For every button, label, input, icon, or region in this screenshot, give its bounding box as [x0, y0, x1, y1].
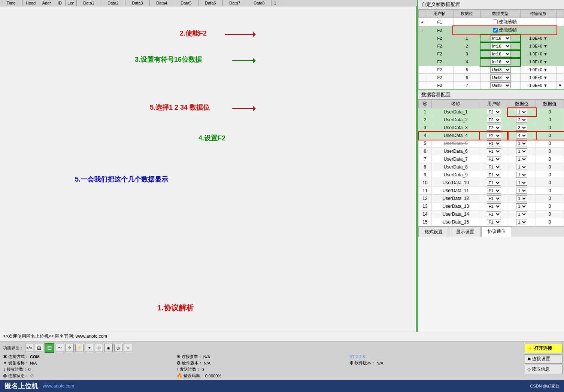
fc-d7-type-select[interactable]: Uint8Int16: [490, 82, 511, 88]
fc-frame-f1: F1: [426, 18, 454, 26]
dc-row-4: 4 UserData_4 F2F1 4123: [419, 132, 564, 140]
hw-version-row: ⚙ 硬件版本： N/A: [176, 360, 347, 366]
dc-r12-pos-select[interactable]: 1: [516, 195, 527, 201]
dc-r9-pos-select[interactable]: 1: [516, 172, 527, 178]
read-info-button[interactable]: ◇ 读取信息: [525, 365, 563, 374]
connect-settings-button[interactable]: ✖ 连接设置: [525, 354, 563, 364]
icon-star[interactable]: ☆: [124, 344, 132, 352]
dc-r12-frame-select[interactable]: F1F2: [487, 195, 501, 201]
dc-r15-pos-select[interactable]: 1: [516, 219, 527, 225]
connect-params-value: N/A: [203, 355, 210, 359]
frame-row-f2-header: - F2 使能该帧: [419, 26, 564, 34]
dc-r9-frame-select[interactable]: F1F2: [487, 172, 501, 178]
annotation-area: 1.协议解析 2.使能F2 3.设置有符号16位数据 4.设置F2 5.选择1 …: [0, 6, 417, 332]
dc-r8-frame-select[interactable]: F1F2: [487, 164, 501, 170]
fc-d4-scroll: [557, 58, 564, 66]
tx-count-label: 发送计数：: [180, 367, 200, 372]
icon-code[interactable]: </>: [25, 344, 33, 352]
fc-d1-blank: [419, 34, 426, 42]
dc-r4-pos-select[interactable]: 4123: [516, 133, 527, 139]
open-connect-button[interactable]: ⚡ 打开连接: [525, 344, 563, 353]
dc-r15-frame-select[interactable]: F1F2: [487, 219, 501, 225]
dc-r2-name: UserData_2: [431, 116, 480, 124]
dc-r14-frame-select[interactable]: F1F2: [487, 211, 501, 217]
col-header-id: ID: [54, 0, 66, 6]
fc-enable-f2-checkbox[interactable]: [493, 28, 498, 33]
frame-config-title: 自定义帧数据配置: [418, 0, 564, 9]
icon-sun[interactable]: ✦: [85, 344, 93, 352]
dc-r11-frame-select[interactable]: F1F2: [487, 188, 501, 194]
connect-status-label: 连接状态：: [8, 373, 29, 379]
dc-r4-frame-select[interactable]: F2F1: [487, 133, 501, 139]
toolbar-right-buttons: ⚡ 打开连接 ✖ 连接设置 ◇ 读取信息: [523, 341, 564, 380]
error-rate-label: 错误码率：: [184, 373, 204, 379]
icon-wave[interactable]: 〜: [56, 344, 64, 352]
hw-version-label: 硬件版本：: [182, 360, 203, 366]
dc-r2-pos-select[interactable]: 2134: [516, 117, 527, 123]
fc-d1-type-select[interactable]: Int16Uint8: [490, 35, 511, 41]
fc-d6-scale: 1.0E+0 ▼: [520, 74, 556, 82]
fc-d2-type-select[interactable]: Int16Uint8: [490, 43, 511, 49]
icon-send[interactable]: ✈: [66, 344, 74, 352]
dc-r5-frame-select[interactable]: F1F2: [487, 140, 501, 146]
dc-r5-pos-select[interactable]: 1: [516, 140, 527, 146]
welcome-text: >>欢迎使用匿名上位机<< 匿名官网: www.anotc.com: [3, 334, 107, 339]
tab-format-settings[interactable]: 格式设置: [418, 227, 449, 237]
tab-protocol-comm[interactable]: 协议通信: [481, 227, 512, 237]
bottom-footer: 匿名上位机 www.anotc.com CSDN @好家伙: [0, 380, 564, 392]
dc-r7-frame-select[interactable]: F1F2: [487, 156, 501, 162]
dc-row-11: 11UserData_11 F1F2 1 0: [419, 187, 564, 195]
dc-r8-name: UserData_8: [431, 163, 480, 171]
fc-add-btn[interactable]: +: [419, 18, 426, 26]
dc-r6-pos-select[interactable]: 1: [516, 148, 527, 154]
fc-d3-type-select[interactable]: Int16Uint8: [490, 51, 511, 57]
dc-r3-pos-select[interactable]: 3124: [516, 125, 527, 131]
dc-r11-pos-select[interactable]: 1: [516, 188, 527, 194]
connect-type-row: ✖ 连接方式： COM: [3, 354, 173, 359]
dc-r1-pos-select[interactable]: 1234: [516, 109, 527, 115]
left-panel: Time Head Addr ID Len Data1 Data2 Data3 …: [0, 0, 418, 332]
dc-r13-frame-select[interactable]: F1F2: [487, 203, 501, 209]
icon-grid[interactable]: ⊞: [35, 344, 43, 352]
dc-row-14: 14UserData_14 F1F2 1 0: [419, 210, 564, 218]
dc-r8-pos-select[interactable]: 1: [516, 164, 527, 170]
col-header-head: Head: [22, 0, 39, 6]
dc-r7-pos-select[interactable]: 1: [516, 156, 527, 162]
connect-status-row: ⊗ 连接状态： ⊘: [3, 373, 173, 379]
data-table-header: Time Head Addr ID Len Data1 Data2 Data3 …: [0, 0, 417, 6]
dc-r5-value: 0: [536, 140, 564, 148]
fc-d4-type-select[interactable]: Int16Uint8: [490, 59, 511, 65]
dc-r13-pos-select[interactable]: 1: [516, 203, 527, 209]
dc-row-9: 9UserData_9 F1F2 1 0: [419, 171, 564, 179]
fc-d6-type-select[interactable]: Uint8Int16: [490, 75, 511, 80]
icon-gear[interactable]: ◎: [114, 344, 122, 352]
icon-bolt[interactable]: ⚡: [75, 344, 84, 352]
dc-r9-name: UserData_9: [431, 171, 480, 179]
main-container: Time Head Addr ID Len Data1 Data2 Data3 …: [0, 0, 564, 392]
fc-d2-type: Int16Uint8: [480, 42, 520, 50]
icon-circle[interactable]: ◉: [104, 344, 113, 352]
dc-r14-pos-select[interactable]: 1: [516, 211, 527, 217]
dc-r10-frame-select[interactable]: F1F2: [487, 180, 501, 186]
connect-settings-icon: ✖: [527, 356, 531, 362]
fc-d2-frame: F2: [426, 42, 454, 50]
dc-r1-pos: 1234: [508, 108, 536, 116]
icon-crosshair[interactable]: ⊕: [95, 344, 103, 352]
data-container-scroll[interactable]: 容 名称 用户帧 数据位 数据值 1 UserData_1: [418, 100, 564, 226]
dc-r6-frame-select[interactable]: F1F2: [487, 148, 501, 154]
fc-enable-f1-checkbox[interactable]: [493, 19, 498, 24]
dc-r10-pos-select[interactable]: 1: [516, 180, 527, 186]
dc-r2-frame-select[interactable]: F2F1: [487, 117, 501, 123]
fc-enable-f2-label: 使能该帧: [499, 27, 517, 33]
sw-version-icon: ❋: [349, 360, 354, 366]
tab-display-settings[interactable]: 显示设置: [450, 227, 480, 237]
dc-r5-pos: 1: [508, 140, 536, 148]
col-header-data8: Data8: [247, 0, 272, 6]
icon-network-active[interactable]: ⊟: [45, 343, 54, 353]
frame-data-row-7: F2 7 Uint8Int16 1.0E+0 ▼ ▼: [419, 82, 564, 89]
fc-remove-btn[interactable]: -: [419, 26, 426, 34]
dc-r3-frame-select[interactable]: F2F1: [487, 125, 501, 131]
error-rate-row: 🔥 错误码率： 0.0000%: [176, 373, 347, 379]
fc-d5-type-select[interactable]: Uint8Int16: [490, 67, 511, 73]
dc-r1-frame-select[interactable]: F2F1: [487, 109, 501, 115]
